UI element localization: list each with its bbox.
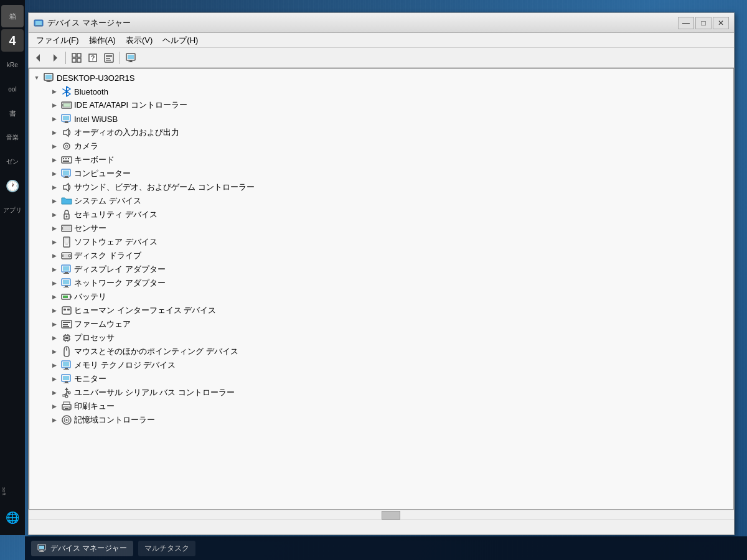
menu-file[interactable]: ファイル(F) [31,34,84,47]
tree-item-sensor[interactable]: ▶ センサー [29,222,733,235]
h-scrollbar-thumb[interactable] [382,511,400,520]
keyboard-icon [61,154,72,166]
svg-rect-22 [46,82,52,82]
svg-rect-48 [63,226,70,230]
app-icon-4[interactable]: 4 [1,29,24,52]
tree-item-battery[interactable]: ▶ バッテリ [29,290,733,304]
expand-monitor[interactable]: ▶ [49,374,59,384]
root-expand-icon[interactable]: ▼ [32,73,42,83]
tree-item-bluetooth[interactable]: ▶ Bluetooth [29,85,733,98]
tree-item-usb[interactable]: ▶ ユニバーサル シリアル バス コントローラー [29,386,733,399]
tree-item-firmware[interactable]: ▶ ファームウェア [29,317,733,331]
maximize-button[interactable]: □ [695,17,712,29]
storage-icon [61,414,72,426]
tree-item-system[interactable]: ▶ システム デバイス [29,194,733,208]
tree-item-disk[interactable]: ▶ ディスク ドライブ [29,249,733,263]
device-tree[interactable]: ▼ DESKTOP-U3O2R1S ▶ [29,68,734,510]
tree-item-sound[interactable]: ▶ サウンド、ビデオ、およびゲーム コントローラー [29,180,733,194]
tree-item-camera[interactable]: ▶ カメラ [29,139,733,153]
expand-sound[interactable]: ▶ [49,182,59,192]
expand-disk[interactable]: ▶ [49,251,59,261]
app-icon-edge[interactable]: 🌐 [1,506,24,529]
svg-rect-76 [65,337,68,339]
tree-item-mouse[interactable]: ▶ マウスとそのほかのポインティング デバイス [29,345,733,358]
expand-mouse[interactable]: ▶ [49,347,59,357]
expand-firmware[interactable]: ▶ [49,319,59,329]
tree-item-network[interactable]: ▶ ネットワーク アダプター [29,276,733,290]
horizontal-scrollbar[interactable] [29,510,734,520]
menu-action[interactable]: 操作(A) [84,34,121,47]
tree-root[interactable]: ▼ DESKTOP-U3O2R1S [29,71,733,85]
expand-sensor[interactable]: ▶ [49,223,59,233]
tree-item-security[interactable]: ▶ セキュリティ デバイス [29,208,733,222]
bluetooth-icon [61,86,72,97]
app-icon-ool[interactable]: ool [1,78,24,100]
expand-display[interactable]: ▶ [49,264,59,274]
back-button[interactable] [31,50,46,65]
svg-rect-21 [47,80,50,82]
forward-button[interactable] [47,50,62,65]
label-system: システム デバイス [74,195,141,207]
minimize-button[interactable]: — [678,17,694,29]
expand-printer[interactable]: ▶ [49,401,59,411]
show-hidden-button[interactable] [69,50,84,65]
monitor-button[interactable] [123,50,138,65]
expand-system[interactable]: ▶ [49,196,59,206]
app-icon-box[interactable]: 箱 [1,5,24,27]
hid-icon [61,305,72,316]
tree-item-intel[interactable]: ▶ Intel WiUSB [29,112,733,126]
expand-camera[interactable]: ▶ [49,141,59,151]
computer-icon [61,168,72,179]
app-icon-zen[interactable]: ゼン [1,151,24,173]
expand-computer[interactable]: ▶ [49,169,59,179]
menu-bar: ファイル(F) 操作(A) 表示(V) ヘルプ(H) [29,33,734,48]
tree-item-hid[interactable]: ▶ ヒューマン インターフェイス デバイス [29,304,733,317]
app-icon-books[interactable]: 書 [1,102,24,124]
tree-item-audio[interactable]: ▶ オーディオの入力および出力 [29,126,733,139]
tree-item-monitor[interactable]: ▶ モニター [29,372,733,386]
svg-marker-4 [54,54,57,62]
sound-icon [61,182,72,193]
expand-keyboard[interactable]: ▶ [49,155,59,165]
expand-battery[interactable]: ▶ [49,292,59,302]
expand-security[interactable]: ▶ [49,210,59,220]
tree-item-software[interactable]: ▶ ソフトウェア デバイス [29,235,733,249]
svg-rect-100 [63,394,65,396]
expand-processor[interactable]: ▶ [49,333,59,343]
expand-software[interactable]: ▶ [49,237,59,247]
tree-item-processor[interactable]: ▶ プロセッサ [29,331,733,345]
tree-item-memory[interactable]: ▶ メモリ テクノロジ デバイス [29,358,733,372]
tree-item-computer[interactable]: ▶ コンピューター [29,167,733,180]
tree-item-keyboard[interactable]: ▶ キーボード [29,153,733,167]
expand-audio[interactable]: ▶ [49,128,59,138]
left-sidebar: 箱 4 kRe ool 書 音楽 ゼン 🕐 アプリ soft 🌐 [0,0,25,535]
expand-memory[interactable]: ▶ [49,360,59,370]
app-icon-apps[interactable]: アプリ [1,199,24,222]
svg-rect-8 [77,58,81,62]
tree-item-display[interactable]: ▶ ディスプレイ アダプター [29,263,733,276]
app-icon-clock[interactable]: 🕐 [1,175,24,197]
menu-help[interactable]: ヘルプ(H) [157,34,203,47]
tree-item-storage[interactable]: ▶ 記憶域コントローラー [29,413,733,427]
label-sensor: センサー [74,223,106,234]
tree-item-ide[interactable]: ▶ IDE ATA/ATAPI コントローラー [29,98,733,112]
properties-button[interactable] [101,50,116,65]
expand-bluetooth[interactable]: ▶ [49,86,59,96]
expand-ide[interactable]: ▶ [49,100,59,110]
taskbar-item-devmgr[interactable]: デバイス マネージャー [31,541,133,556]
label-memory: メモリ テクノロジ デバイス [74,360,176,371]
svg-rect-43 [63,177,69,178]
expand-network[interactable]: ▶ [49,278,59,288]
expand-usb[interactable]: ▶ [49,388,59,398]
svg-rect-49 [62,227,63,230]
expand-storage[interactable]: ▶ [49,415,59,425]
app-icon-music[interactable]: 音楽 [1,126,24,149]
expand-hid[interactable]: ▶ [49,306,59,315]
taskbar-item-multitask[interactable]: マルチタスク [138,541,195,556]
app-icon-kre[interactable]: kRe [1,54,24,76]
menu-view[interactable]: 表示(V) [121,34,157,47]
tree-item-printer[interactable]: ▶ 印刷キュー [29,399,733,413]
close-button[interactable]: ✕ [713,17,729,29]
help-icon-button[interactable]: ? [85,50,100,65]
expand-intel[interactable]: ▶ [49,114,59,124]
